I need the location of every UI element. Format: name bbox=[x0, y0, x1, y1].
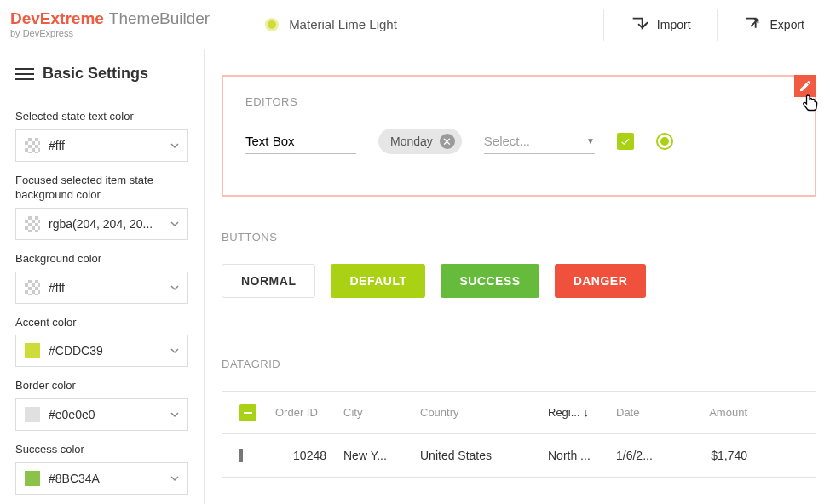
cell-country: United States bbox=[417, 449, 545, 462]
sort-desc-icon: ↓ bbox=[584, 406, 590, 419]
topbar: DevExtreme ThemeBuilder by DevExpress Ma… bbox=[0, 0, 830, 49]
cell-region: North ... bbox=[545, 449, 613, 462]
chevron-down-icon bbox=[170, 474, 179, 483]
brand-secondary: ThemeBuilder bbox=[109, 10, 210, 28]
color-swatch bbox=[25, 138, 40, 153]
color-swatch bbox=[25, 280, 40, 295]
color-value: #fff bbox=[49, 139, 162, 152]
color-value: rgba(204, 204, 20... bbox=[49, 217, 162, 231]
chevron-down-icon bbox=[170, 284, 179, 292]
theme-color-dot bbox=[265, 18, 279, 32]
success-button[interactable]: SUCCESS bbox=[441, 264, 539, 298]
color-swatch bbox=[25, 407, 40, 422]
tag-chip[interactable]: Monday ✕ bbox=[378, 129, 462, 154]
checkbox[interactable] bbox=[617, 133, 634, 150]
editors-panel: EDITORS Monday ✕ Select... ▼ bbox=[222, 75, 816, 197]
export-label: Export bbox=[770, 18, 804, 32]
row-checkbox[interactable] bbox=[239, 449, 243, 462]
setting-success-color: Success color #8BC34A bbox=[15, 443, 188, 495]
pencil-icon bbox=[798, 79, 812, 93]
danger-button[interactable]: DANGER bbox=[555, 264, 647, 298]
col-amount[interactable]: Amount bbox=[681, 406, 759, 419]
textbox-input[interactable] bbox=[245, 129, 356, 154]
setting-accent-color: Accent color #CDDC39 bbox=[15, 316, 188, 368]
import-icon bbox=[630, 15, 648, 34]
setting-border-color: Border color #e0e0e0 bbox=[15, 379, 188, 431]
color-picker[interactable]: #fff bbox=[15, 272, 188, 304]
default-button[interactable]: DEFAULT bbox=[331, 264, 425, 298]
cursor-icon bbox=[801, 94, 820, 118]
cell-city: New Y... bbox=[340, 449, 417, 462]
cell-date: 1/6/2... bbox=[613, 449, 681, 462]
color-picker[interactable]: #e0e0e0 bbox=[15, 398, 188, 431]
color-value: #8BC34A bbox=[49, 472, 162, 485]
sidebar-title: Basic Settings bbox=[43, 65, 148, 83]
color-swatch bbox=[25, 343, 40, 358]
setting-label: Focused selected item state background c… bbox=[15, 174, 188, 203]
setting-label: Background color bbox=[15, 252, 188, 266]
setting-selected-text-color: Selected state text color #fff bbox=[15, 110, 188, 162]
logo: DevExtreme ThemeBuilder by DevExpress bbox=[10, 10, 228, 38]
divider bbox=[717, 9, 718, 41]
col-date[interactable]: Date bbox=[613, 406, 681, 419]
color-value: #e0e0e0 bbox=[49, 408, 162, 421]
export-icon bbox=[743, 15, 762, 34]
setting-label: Selected state text color bbox=[15, 110, 188, 124]
sidebar: Basic Settings Selected state text color… bbox=[0, 49, 205, 504]
check-icon bbox=[620, 135, 631, 147]
menu-icon[interactable] bbox=[15, 68, 34, 80]
brand-sub: by DevExpress bbox=[10, 28, 210, 38]
divider bbox=[603, 9, 604, 41]
color-picker[interactable]: #fff bbox=[15, 129, 188, 162]
setting-background-color: Background color #fff bbox=[15, 252, 188, 304]
theme-name: Material Lime Light bbox=[289, 17, 397, 32]
color-swatch bbox=[25, 471, 40, 486]
radio-button[interactable] bbox=[656, 133, 673, 150]
tag-label: Monday bbox=[390, 135, 433, 148]
editors-title: EDITORS bbox=[245, 95, 793, 108]
cell-order-id: 10248 bbox=[272, 449, 340, 462]
col-region[interactable]: Regi...↓ bbox=[545, 406, 613, 419]
setting-focused-bg-color: Focused selected item state background c… bbox=[15, 174, 188, 240]
tag-remove-icon[interactable]: ✕ bbox=[440, 134, 455, 149]
setting-label: Border color bbox=[15, 379, 188, 393]
divider bbox=[239, 9, 239, 41]
normal-button[interactable]: NORMAL bbox=[222, 264, 315, 298]
preview-area: EDITORS Monday ✕ Select... ▼ BUTT bbox=[205, 49, 830, 504]
export-button[interactable]: Export bbox=[728, 9, 820, 41]
setting-label: Accent color bbox=[15, 316, 188, 330]
datagrid: Order ID City Country Regi...↓ Date Amou… bbox=[222, 391, 816, 478]
col-order-id[interactable]: Order ID bbox=[272, 406, 340, 419]
radio-dot bbox=[660, 137, 669, 146]
col-city[interactable]: City bbox=[340, 406, 417, 419]
color-value: #fff bbox=[49, 281, 162, 295]
import-button[interactable]: Import bbox=[614, 9, 706, 41]
chevron-down-icon: ▼ bbox=[586, 136, 595, 146]
theme-indicator[interactable]: Material Lime Light bbox=[250, 17, 593, 32]
brand-primary: DevExtreme bbox=[10, 10, 104, 28]
chevron-down-icon bbox=[170, 220, 179, 228]
color-swatch bbox=[25, 216, 40, 232]
datagrid-title: DATAGRID bbox=[222, 358, 816, 370]
edit-section-button[interactable] bbox=[794, 75, 816, 97]
chevron-down-icon bbox=[170, 346, 179, 355]
chevron-down-icon bbox=[170, 141, 179, 150]
color-picker[interactable]: rgba(204, 204, 20... bbox=[15, 208, 188, 240]
cell-amount: $1,740 bbox=[681, 449, 759, 462]
import-label: Import bbox=[657, 18, 691, 32]
select-all-checkbox[interactable] bbox=[239, 404, 256, 421]
buttons-title: BUTTONS bbox=[222, 231, 816, 243]
chevron-down-icon bbox=[170, 410, 179, 419]
select-placeholder: Select... bbox=[484, 134, 530, 148]
color-picker[interactable]: #CDDC39 bbox=[15, 335, 188, 367]
table-row[interactable]: 10248 New Y... United States North ... 1… bbox=[222, 434, 816, 477]
select-dropdown[interactable]: Select... ▼ bbox=[484, 129, 595, 154]
col-country[interactable]: Country bbox=[417, 406, 545, 419]
setting-label: Success color bbox=[15, 443, 188, 457]
grid-header: Order ID City Country Regi...↓ Date Amou… bbox=[222, 392, 816, 434]
color-picker[interactable]: #8BC34A bbox=[15, 462, 188, 495]
color-value: #CDDC39 bbox=[49, 344, 162, 358]
buttons-row: NORMAL DEFAULT SUCCESS DANGER bbox=[222, 264, 816, 298]
